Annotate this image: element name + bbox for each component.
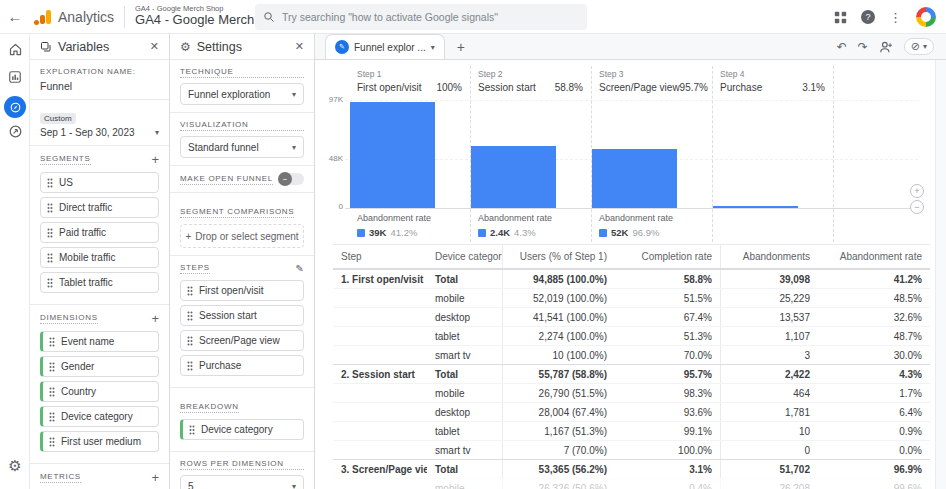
drag-handle-icon[interactable] xyxy=(49,387,55,397)
share-user-icon[interactable] xyxy=(879,41,893,53)
drag-handle-icon[interactable] xyxy=(47,203,53,213)
add-dimension-icon[interactable]: + xyxy=(151,312,159,325)
y-tick-97k: 97K xyxy=(325,95,343,104)
date-range-selector[interactable]: Sep 1 - Sep 30, 2023 ▾ xyxy=(40,127,159,138)
list-item[interactable]: Gender xyxy=(40,356,159,377)
table-row[interactable]: 2. Session start Total 55,787 (58.8%) 95… xyxy=(333,364,930,383)
list-item[interactable]: Paid traffic xyxy=(40,222,159,243)
account-avatar[interactable] xyxy=(916,7,936,27)
help-icon[interactable]: ? xyxy=(861,10,875,24)
table-row[interactable]: tablet 1,167 (51.3%) 99.1% 10 0.9% xyxy=(333,421,930,440)
vertical-scrollbar[interactable] xyxy=(935,60,946,489)
more-options-icon[interactable]: ⋮ xyxy=(889,10,902,25)
drag-handle-icon[interactable] xyxy=(187,336,193,346)
add-tab-icon[interactable]: + xyxy=(457,39,465,55)
drag-handle-icon[interactable] xyxy=(187,286,193,296)
list-item[interactable]: Screen/Page view xyxy=(180,330,304,351)
chevron-down-icon[interactable]: ▾ xyxy=(431,43,435,52)
reports-icon[interactable] xyxy=(0,70,30,84)
list-item-label: Paid traffic xyxy=(59,227,106,238)
drag-handle-icon[interactable] xyxy=(47,228,53,238)
close-settings-icon[interactable]: ✕ xyxy=(295,40,304,53)
table-row[interactable]: desktop 28,004 (67.4%) 93.6% 1,781 6.4% xyxy=(333,402,930,421)
technique-dropdown[interactable]: Funnel exploration ▾ xyxy=(180,83,304,105)
table-row[interactable]: 3. Screen/Page view Total 53,365 (56.2%)… xyxy=(333,459,930,478)
list-item-label: Device category xyxy=(201,424,273,435)
list-item[interactable]: Tablet traffic xyxy=(40,272,159,293)
advertising-icon[interactable] xyxy=(0,124,30,139)
table-row[interactable]: tablet 2,274 (100.0%) 51.3% 1,107 48.7% xyxy=(333,326,930,345)
table-row[interactable]: mobile 26,326 (50.6%) 0.4% 26,208 99.6% xyxy=(333,478,930,489)
funnel-bar[interactable] xyxy=(350,102,435,208)
drag-handle-icon[interactable] xyxy=(187,311,193,321)
list-item[interactable]: Device category xyxy=(40,406,159,427)
segment-drop-zone[interactable]: + Drop or select segment xyxy=(180,224,304,248)
edit-steps-icon[interactable]: ✎ xyxy=(296,263,304,274)
funnel-step-header: Step 4 Purchase 3.1% xyxy=(712,66,833,97)
drag-handle-icon[interactable] xyxy=(187,361,193,371)
explore-icon-selected[interactable] xyxy=(0,96,30,118)
make-open-funnel-toggle[interactable]: − xyxy=(278,173,304,185)
drag-handle-icon[interactable] xyxy=(47,253,53,263)
table-row[interactable]: 1. First open/visit Total 94,885 (100.0%… xyxy=(333,269,930,288)
funnel-bar[interactable] xyxy=(471,146,556,208)
settings-title: Settings xyxy=(197,40,289,54)
admin-gear-icon[interactable]: ⚙ xyxy=(0,457,30,475)
list-item[interactable]: Mobile traffic xyxy=(40,247,159,268)
cell-completion-rate: 51.3% xyxy=(615,327,720,345)
table-row[interactable]: smart tv 7 (70.0%) 100.0% 0 0.0% xyxy=(333,440,930,459)
list-item[interactable]: Direct traffic xyxy=(40,197,159,218)
close-variables-icon[interactable]: ✕ xyxy=(150,40,159,53)
drag-handle-icon[interactable] xyxy=(47,178,53,188)
table-row[interactable]: smart tv 10 (100.0%) 70.0% 3 30.0% xyxy=(333,345,930,364)
exploration-tab-bar: ✎ Funnel explor ... ▾ + ↶ ↷ ⊘ ▾ xyxy=(315,34,946,60)
table-row[interactable]: desktop 41,541 (100.0%) 67.4% 13,537 32.… xyxy=(333,307,930,326)
drag-handle-icon[interactable] xyxy=(47,278,53,288)
list-item[interactable]: Purchase xyxy=(180,355,304,376)
list-item-label: First user medium xyxy=(61,436,141,447)
search-icon xyxy=(263,11,275,23)
table-row[interactable]: mobile 26,790 (51.5%) 98.3% 464 1.7% xyxy=(333,383,930,402)
search-input[interactable] xyxy=(282,11,579,23)
abandonment-legend: Abandonment rate 52K 96.9% xyxy=(599,213,711,238)
funnel-bar[interactable] xyxy=(713,206,798,208)
search-bar[interactable] xyxy=(255,4,587,30)
cell-step xyxy=(333,289,427,307)
cell-users: 10 (100.0%) xyxy=(502,346,615,364)
list-item[interactable]: Device category xyxy=(180,419,304,440)
cell-abandonment-rate: 48.5% xyxy=(818,289,930,307)
funnel-bar[interactable] xyxy=(592,149,677,208)
back-icon[interactable]: ← xyxy=(0,8,30,25)
drag-handle-icon[interactable] xyxy=(49,337,55,347)
zoom-in-button[interactable]: + xyxy=(910,184,924,198)
list-item[interactable]: First open/visit xyxy=(180,280,304,301)
list-item[interactable]: Session start xyxy=(180,305,304,326)
undo-icon[interactable]: ↶ xyxy=(837,41,847,53)
table-row[interactable]: mobile 52,019 (100.0%) 51.5% 25,229 48.5… xyxy=(333,288,930,307)
list-item[interactable]: US xyxy=(40,172,159,193)
rows-per-dimension-dropdown[interactable]: 5 ▾ xyxy=(180,475,304,489)
funnel-step-column: Step 3 Screen/Page view 95.7% Abandonmen… xyxy=(591,66,712,242)
list-item[interactable]: Country xyxy=(40,381,159,402)
list-item[interactable]: Event name xyxy=(40,331,159,352)
add-segment-icon[interactable]: + xyxy=(151,153,159,166)
add-metric-icon[interactable]: + xyxy=(151,471,159,484)
export-status-control[interactable]: ⊘ ▾ xyxy=(904,38,934,55)
drag-handle-icon[interactable] xyxy=(49,362,55,372)
drag-handle-icon[interactable] xyxy=(49,437,55,447)
home-icon[interactable] xyxy=(0,42,30,57)
zoom-out-button[interactable]: − xyxy=(910,200,924,214)
funnel-step-column: Step 4 Purchase 3.1% xyxy=(712,66,833,242)
cell-device-category: mobile xyxy=(427,479,502,489)
cell-completion-rate: 100.0% xyxy=(615,441,720,459)
drag-handle-icon[interactable] xyxy=(189,425,195,435)
apps-grid-icon[interactable] xyxy=(834,11,847,24)
visualization-dropdown[interactable]: Standard funnel ▾ xyxy=(180,136,304,158)
abandonment-value: 39K xyxy=(369,227,386,238)
list-item[interactable]: First user medium xyxy=(40,431,159,452)
cell-users: 7 (70.0%) xyxy=(502,441,615,459)
exploration-name-value[interactable]: Funnel xyxy=(40,80,159,92)
redo-icon[interactable]: ↷ xyxy=(858,41,868,53)
drag-handle-icon[interactable] xyxy=(49,412,55,422)
tab-funnel-exploration[interactable]: ✎ Funnel explor ... ▾ xyxy=(325,34,445,59)
